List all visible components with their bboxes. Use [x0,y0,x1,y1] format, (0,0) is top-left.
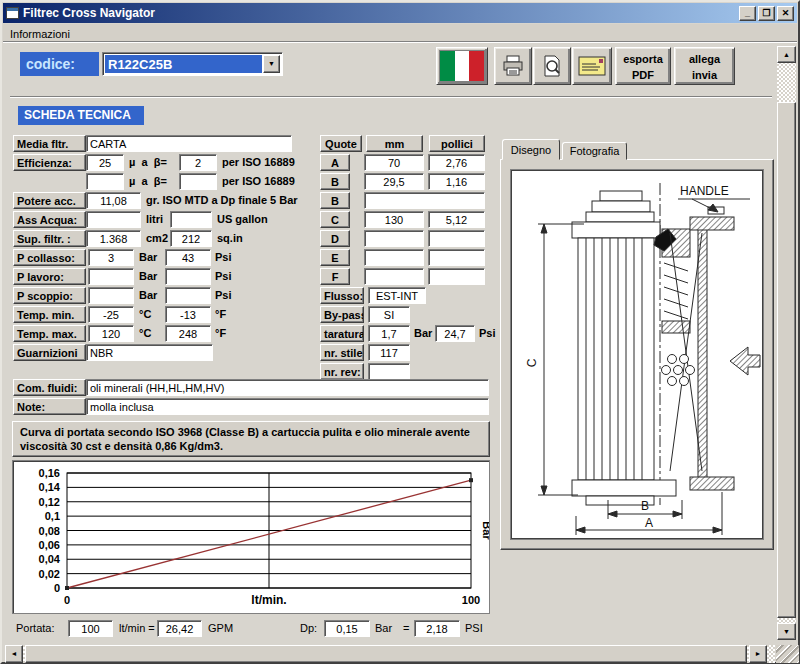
gpm-field[interactable] [157,620,202,637]
quote-a-mm-field[interactable] [364,154,424,171]
label-efficienza: Efficienza: [13,154,86,171]
temp-max-c-label: °C [139,325,151,342]
title-bar[interactable]: Filtrec Cross Navigator [3,3,797,23]
temp-min-c-label: °C [139,306,151,323]
resize-grip[interactable] [776,645,799,663]
efficienza-beta-field[interactable] [179,154,217,171]
temp-max-f-field[interactable] [165,325,211,342]
svg-text:0,1: 0,1 [45,510,60,522]
svg-text:0: 0 [64,594,70,606]
dim-b-label: B [641,499,649,513]
italian-flag-icon [439,50,485,82]
sup-filtr-sqin-field[interactable] [170,230,212,247]
label-bypass: By-pass: [320,306,364,323]
guarnizioni-field[interactable] [86,344,213,361]
app-icon [6,7,19,19]
preview-button[interactable] [533,47,571,85]
litri-label: litri [146,211,163,228]
flusso-field[interactable] [368,287,426,304]
quote-b-mm-field[interactable] [364,173,424,190]
vertical-scroll-thumb[interactable] [777,102,796,618]
efficienza-beta-label: µ a β= [129,154,167,171]
dp-psi-field[interactable] [414,620,460,637]
quote-f-in-field[interactable] [428,268,485,285]
quote-e-mm-field[interactable] [364,249,424,266]
ass-acqua-gallon-field[interactable] [170,211,212,228]
label-note: Note: [13,398,86,415]
note-field[interactable] [86,398,489,415]
tab-fotografia[interactable]: Fotografia [562,142,627,160]
quote-c-in-field[interactable] [428,211,485,228]
quote-row-label: B [320,173,350,190]
quote-f-mm-field[interactable] [364,268,424,285]
tab-disegno[interactable]: Disegno [502,139,560,160]
temp-max-c-field[interactable] [88,325,134,342]
chevron-down-icon[interactable]: ▼ [263,55,280,73]
temp-min-c-field[interactable] [88,306,134,323]
sup-filtr-cm2-field[interactable] [86,230,141,247]
language-flag-button[interactable] [436,47,488,85]
maximize-button[interactable]: ❐ [758,6,775,21]
print-button[interactable] [494,47,532,85]
dp-bar-unit-label: Bar [375,620,392,637]
media-fltr-field[interactable] [86,135,292,152]
p-collasso-bar-field[interactable] [88,249,134,266]
quote-row-label: F [320,268,350,285]
quote-d-mm-field[interactable] [364,230,424,247]
svg-text:100: 100 [462,594,480,606]
scroll-up-icon[interactable]: ▲ [777,46,796,63]
potere-acc-field[interactable] [86,192,141,209]
allega-invia-button[interactable]: allega invia [674,47,735,85]
esporta-pdf-label-line2: PDF [616,67,670,83]
temp-min-f-label: °F [215,306,226,323]
efficienza-iso-label: per ISO 16889 [222,154,295,171]
p-scoppio-psi-field[interactable] [165,287,211,304]
quote-d-in-field[interactable] [428,230,485,247]
nr-stile-field[interactable] [368,344,410,361]
label-media-fltr: Media fltr. [13,135,86,152]
taratura-psi-field[interactable] [435,325,475,342]
horizontal-scroll-thumb[interactable] [25,645,747,663]
mail-button[interactable] [572,47,612,85]
scroll-right-icon[interactable]: ► [749,645,767,663]
efficienza2-micron-field[interactable] [86,173,124,190]
codice-combobox[interactable]: R122C25B ▼ [102,52,283,76]
quote-a-in-field[interactable] [428,154,485,171]
close-button[interactable]: ✕ [777,6,794,21]
ass-acqua-litri-field[interactable] [86,211,141,228]
divider [10,96,772,98]
chart-canvas: 00,020,040,060,080,10,120,140,160100lt/m… [13,461,489,613]
scroll-down-icon[interactable]: ▼ [777,623,796,640]
dp-bar-field[interactable] [324,620,370,637]
esporta-pdf-button[interactable]: esporta PDF [615,47,671,85]
p-collasso-psi-field[interactable] [165,249,211,266]
dim-a-label: A [645,516,653,530]
svg-text:0: 0 [54,582,60,594]
label-taratura: taratura: [320,325,364,342]
portata-field[interactable] [68,620,113,637]
quote-b-in-field[interactable] [428,173,485,190]
filter-drawing: HANDLE C B A [511,170,763,539]
menu-informazioni[interactable]: Informazioni [3,25,77,43]
minimize-button[interactable]: _ [739,6,756,21]
taratura-bar-field[interactable] [368,325,410,342]
email-icon [578,55,606,77]
bypass-field[interactable] [368,306,410,323]
p-lavoro-bar-field[interactable] [88,268,134,285]
label-p-collasso: P collasso: [13,249,86,266]
p-scoppio-bar-field[interactable] [88,287,134,304]
com-fluidi-field[interactable] [86,379,489,396]
nr-rev-field[interactable] [368,363,410,380]
quote-e-in-field[interactable] [428,249,485,266]
scroll-left-icon[interactable]: ◄ [5,645,23,663]
taratura-bar-label: Bar [414,325,432,342]
svg-text:0,08: 0,08 [39,525,60,537]
efficienza-micron-field[interactable] [86,154,124,171]
temp-min-f-field[interactable] [165,306,211,323]
p-lavoro-psi-field[interactable] [165,268,211,285]
pollici-header: pollici [429,135,485,152]
quote-b2-wide-field[interactable] [364,192,485,209]
efficienza2-iso-label: per ISO 16889 [222,173,295,190]
quote-c-mm-field[interactable] [364,211,424,228]
efficienza2-beta-field[interactable] [179,173,217,190]
